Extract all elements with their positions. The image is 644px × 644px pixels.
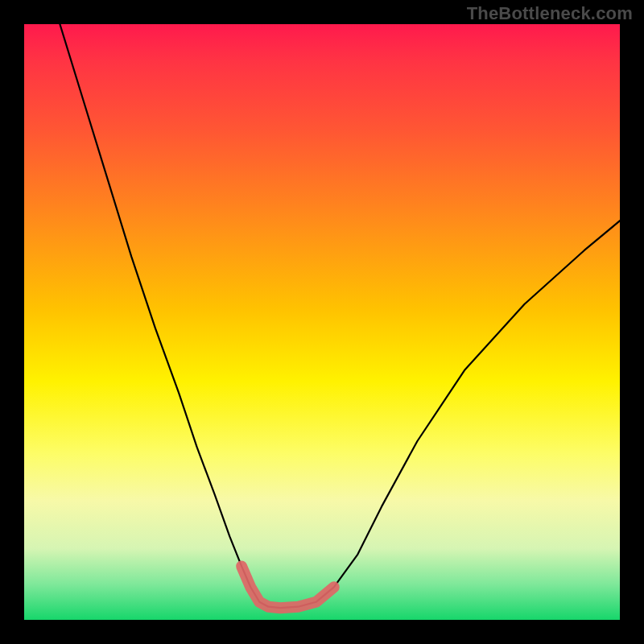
plot-area: [24, 24, 620, 620]
bottleneck-curve: [60, 24, 620, 608]
chart-frame: TheBottleneck.com: [0, 0, 644, 644]
watermark-text: TheBottleneck.com: [467, 3, 633, 24]
chart-svg: [24, 24, 620, 620]
bottleneck-highlight: [242, 566, 334, 608]
